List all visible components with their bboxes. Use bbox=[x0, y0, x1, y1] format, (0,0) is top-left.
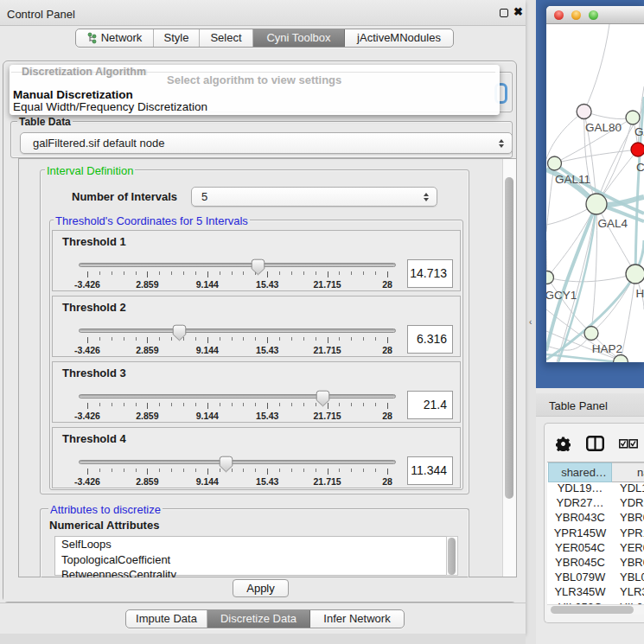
svg-text:HAP2: HAP2 bbox=[592, 342, 622, 355]
svg-text:GAL4: GAL4 bbox=[598, 217, 628, 230]
svg-text:GAL11: GAL11 bbox=[555, 173, 590, 186]
svg-text:GAL80: GAL80 bbox=[585, 121, 622, 134]
svg-text:GCY1: GCY1 bbox=[546, 289, 577, 302]
svg-text:HA: HA bbox=[635, 287, 644, 300]
svg-text:GA: GA bbox=[634, 125, 644, 138]
svg-text:CD: CD bbox=[636, 161, 644, 174]
